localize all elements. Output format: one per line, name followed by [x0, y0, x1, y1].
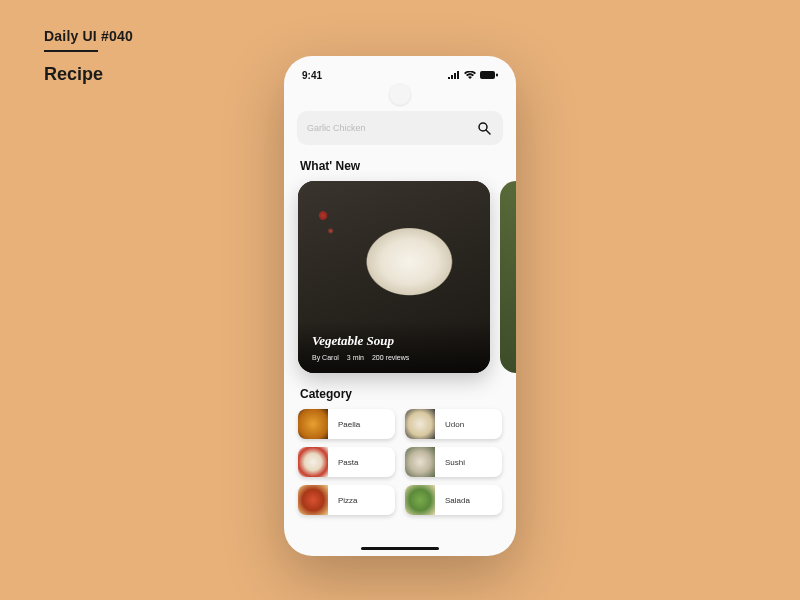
- svg-rect-1: [496, 74, 498, 77]
- category-item-udon[interactable]: Udon: [405, 409, 502, 439]
- category-label: Udon: [435, 420, 464, 429]
- recipe-author: By Carol: [312, 354, 339, 361]
- category-item-paella[interactable]: Paella: [298, 409, 395, 439]
- whats-new-carousel[interactable]: Vegetable Soup By Carol 3 min 200 review…: [284, 181, 516, 373]
- category-item-salada[interactable]: Salada: [405, 485, 502, 515]
- category-label: Salada: [435, 496, 470, 505]
- category-grid: Paella Udon Pasta Sushi Pizza Salada: [284, 409, 516, 527]
- recipe-card-meta: By Carol 3 min 200 reviews: [312, 354, 476, 361]
- category-thumb: [298, 485, 328, 515]
- recipe-time: 3 min: [347, 354, 364, 361]
- svg-line-3: [486, 130, 490, 134]
- category-thumb: [298, 409, 328, 439]
- recipe-card-overlay: Vegetable Soup By Carol 3 min 200 review…: [298, 321, 490, 373]
- camera-notch: [389, 84, 411, 106]
- signal-icon: [448, 70, 460, 81]
- status-bar: 9:41: [284, 56, 516, 87]
- category-label: Sushi: [435, 458, 465, 467]
- status-icons: [448, 70, 498, 81]
- category-thumb: [405, 409, 435, 439]
- category-thumb: [405, 447, 435, 477]
- category-item-pizza[interactable]: Pizza: [298, 485, 395, 515]
- category-thumb: [298, 447, 328, 477]
- search-button[interactable]: [475, 119, 493, 137]
- svg-rect-0: [480, 71, 495, 79]
- search-bar[interactable]: [297, 111, 503, 145]
- recipe-card-title: Vegetable Soup: [312, 333, 476, 349]
- category-heading: Category: [300, 387, 500, 401]
- search-icon: [478, 122, 491, 135]
- status-time: 9:41: [302, 70, 322, 81]
- category-item-pasta[interactable]: Pasta: [298, 447, 395, 477]
- category-item-sushi[interactable]: Sushi: [405, 447, 502, 477]
- home-indicator[interactable]: [361, 547, 439, 550]
- phone-frame: 9:41 What' New Vegetable Soup By: [284, 56, 516, 556]
- whats-new-heading: What' New: [300, 159, 500, 173]
- title-underline: [44, 50, 98, 52]
- search-input[interactable]: [307, 123, 475, 133]
- category-label: Pasta: [328, 458, 358, 467]
- recipe-card-next[interactable]: [500, 181, 516, 373]
- recipe-reviews: 200 reviews: [372, 354, 409, 361]
- wifi-icon: [464, 70, 476, 81]
- category-thumb: [405, 485, 435, 515]
- battery-icon: [480, 70, 498, 81]
- category-label: Paella: [328, 420, 360, 429]
- category-label: Pizza: [328, 496, 358, 505]
- recipe-card[interactable]: Vegetable Soup By Carol 3 min 200 review…: [298, 181, 490, 373]
- page-title: Daily UI #040: [44, 28, 133, 44]
- page-subtitle: Recipe: [44, 64, 103, 85]
